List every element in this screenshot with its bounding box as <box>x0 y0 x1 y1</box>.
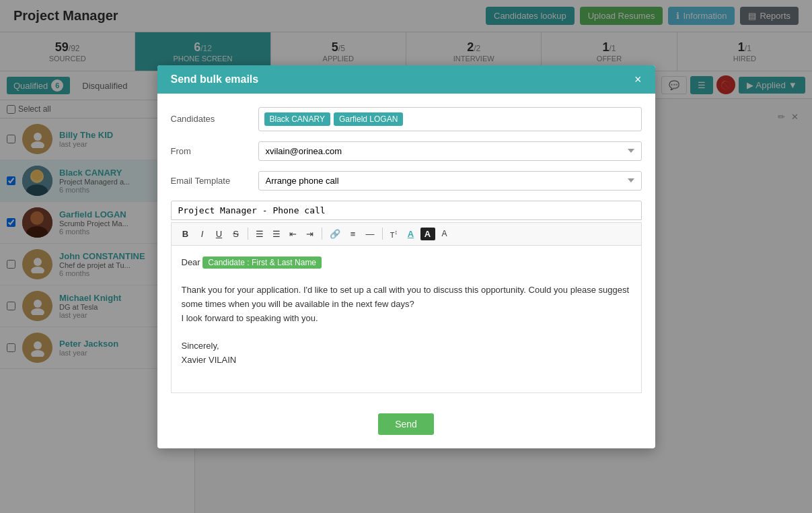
candidate-tag-1[interactable]: Garfield LOGAN <box>334 112 403 126</box>
text-color-button[interactable]: A <box>404 227 418 241</box>
template-control: Arrange phone call <box>258 171 642 191</box>
underline-button[interactable]: U <box>212 227 227 241</box>
font-size-button[interactable]: T↕ <box>387 227 402 241</box>
align-button[interactable]: ≡ <box>346 227 361 241</box>
email-body[interactable]: Dear Candidate : First & Last Name Thank… <box>171 245 642 393</box>
template-form-group: Email Template Arrange phone call <box>171 171 642 191</box>
candidate-tag-0[interactable]: Black CANARY <box>264 112 330 126</box>
bold-button[interactable]: B <box>178 227 193 241</box>
modal-header: Send bulk emails × <box>157 65 655 94</box>
text-highlight-button[interactable]: A <box>420 228 435 240</box>
italic-button[interactable]: I <box>195 227 210 241</box>
email-sign-1: Sincerely, <box>182 339 631 353</box>
from-select[interactable]: xvilain@orinea.com <box>258 141 642 161</box>
indent-left-button[interactable]: ⇤ <box>286 227 301 241</box>
link-button[interactable]: 🔗 <box>326 227 344 241</box>
modal-footer: Send <box>157 407 655 448</box>
dash-button[interactable]: — <box>363 227 378 241</box>
send-bulk-emails-modal: Send bulk emails × Candidates Black CANA… <box>157 65 655 448</box>
rte-divider-3 <box>382 228 383 240</box>
rte-divider-1 <box>248 228 248 240</box>
ol-button[interactable]: ☰ <box>269 227 284 241</box>
font-button[interactable]: A <box>437 227 452 240</box>
modal-overlay: Send bulk emails × Candidates Black CANA… <box>0 0 812 513</box>
modal-title: Send bulk emails <box>171 73 259 86</box>
template-label: Email Template <box>171 176 258 186</box>
email-paragraph-1: Thank you for your application. I'd like… <box>182 283 631 312</box>
email-sign-2: Xavier VILAIN <box>182 353 631 368</box>
from-label: From <box>171 146 258 156</box>
indent-right-button[interactable]: ⇥ <box>303 227 318 241</box>
send-button[interactable]: Send <box>378 413 434 435</box>
strikethrough-button[interactable]: S <box>229 227 244 241</box>
email-dear: Dear Candidate : First & Last Name <box>182 256 631 270</box>
rte-divider-2 <box>322 228 322 240</box>
email-paragraph-2: I look forward to speaking with you. <box>182 312 631 326</box>
candidates-field: Black CANARY Garfield LOGAN <box>258 107 642 131</box>
candidates-label: Candidates <box>171 114 258 124</box>
candidate-placeholder: Candidate : First & Last Name <box>202 256 322 269</box>
from-form-group: From xvilain@orinea.com <box>171 141 642 161</box>
template-select[interactable]: Arrange phone call <box>258 171 642 191</box>
from-control: xvilain@orinea.com <box>258 141 642 161</box>
candidates-tags-container: Black CANARY Garfield LOGAN <box>258 107 642 131</box>
modal-body: Candidates Black CANARY Garfield LOGAN F… <box>157 94 655 407</box>
candidates-form-group: Candidates Black CANARY Garfield LOGAN <box>171 107 642 131</box>
modal-close-button[interactable]: × <box>634 73 642 86</box>
rte-toolbar: B I U S ☰ ☰ ⇤ ⇥ 🔗 ≡ — T↕ A A A <box>171 222 642 245</box>
subject-input[interactable] <box>171 201 642 220</box>
ul-button[interactable]: ☰ <box>252 227 267 241</box>
